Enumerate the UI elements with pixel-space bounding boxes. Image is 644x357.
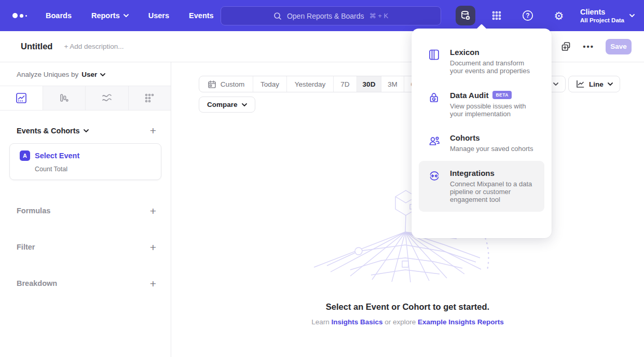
mixpanel-logo[interactable]	[12, 13, 27, 18]
learn-prefix: Learn	[311, 318, 330, 326]
date-range-3m[interactable]: 3M	[381, 76, 404, 92]
apps-grid-button[interactable]	[487, 6, 506, 25]
nav-item-boards[interactable]: Boards	[46, 11, 72, 20]
cohorts-icon	[428, 134, 441, 147]
tab-flow-chart[interactable]	[85, 86, 128, 110]
chevron-down-icon	[553, 83, 558, 86]
tab-bar-chart[interactable]	[43, 86, 86, 110]
help-button[interactable]: ?	[518, 6, 538, 25]
insights-basics-link[interactable]: Insights Basics	[331, 318, 382, 326]
duplicate-button[interactable]	[560, 41, 571, 52]
beta-badge: BETA	[492, 91, 512, 99]
event-row-card[interactable]: A Select Event Count Total	[9, 143, 161, 180]
breakdown-section: Breakdown +	[0, 265, 171, 301]
tab-metric-chart[interactable]	[128, 86, 171, 110]
nav-item-events[interactable]: Events	[189, 11, 214, 20]
ellipsis-icon: •••	[583, 42, 594, 51]
data-management-menu: Lexicon Document and transform your even…	[412, 29, 552, 238]
analyze-label: Analyze Uniques by	[17, 71, 78, 78]
line-chart-icon	[576, 79, 585, 89]
menu-item-title: Cohorts	[450, 133, 480, 142]
flow-icon	[101, 92, 113, 104]
date-range-label: 7D	[340, 80, 349, 88]
report-canvas: Custom Today Yesterday 7D 30D 3M 6M Comp…	[171, 62, 644, 357]
gear-icon: ⚙	[554, 10, 564, 21]
svg-text:?: ?	[526, 12, 529, 19]
date-range-today[interactable]: Today	[253, 76, 286, 92]
chevron-down-icon	[100, 73, 105, 76]
date-range-7d[interactable]: 7D	[333, 76, 357, 92]
date-range-30d[interactable]: 30D	[357, 76, 381, 92]
nav-item-label: Boards	[46, 11, 72, 20]
filter-label: Filter	[17, 243, 35, 251]
add-description-field[interactable]: + Add description...	[64, 43, 124, 50]
nav-item-label: Users	[148, 11, 169, 20]
tab-line-chart[interactable]	[0, 86, 43, 110]
chevron-down-icon	[242, 103, 247, 106]
calendar-icon	[208, 80, 216, 89]
chevron-down-icon	[124, 14, 129, 17]
help-icon: ?	[522, 9, 534, 22]
analyze-value: User	[81, 71, 97, 78]
events-cohorts-label: Events & Cohorts	[17, 127, 80, 135]
add-filter-button[interactable]: +	[150, 242, 156, 253]
menu-item-integrations[interactable]: Integrations Connect Mixpanel to a data …	[419, 161, 544, 212]
date-range-custom[interactable]: Custom	[199, 76, 253, 92]
formulas-section: Formulas +	[0, 193, 171, 229]
line-chart-icon	[16, 92, 27, 104]
data-management-button[interactable]	[456, 6, 475, 25]
query-builder-sidebar: Analyze Uniques by User	[0, 62, 171, 357]
formulas-label: Formulas	[17, 207, 50, 215]
menu-item-desc: Document and transform your events and p…	[450, 59, 537, 75]
date-range-label: Yesterday	[295, 80, 326, 88]
empty-state-title: Select an Event or Cohort to get started…	[171, 302, 644, 312]
chevron-down-icon	[629, 14, 635, 17]
chevron-down-icon	[608, 83, 613, 86]
project-name: Clients	[580, 7, 624, 17]
menu-item-cohorts[interactable]: Cohorts Manage your saved cohorts	[419, 126, 544, 160]
menu-item-title: Data Audit	[450, 91, 488, 100]
database-gear-icon	[460, 10, 471, 21]
top-nav: Boards Reports Users Events Open Reports…	[0, 0, 644, 31]
project-selector[interactable]: Clients All Project Data	[580, 7, 635, 24]
save-button[interactable]: Save	[606, 39, 632, 54]
menu-item-data-audit[interactable]: Data Audit BETA View possible issues wit…	[419, 83, 544, 126]
date-range-yesterday[interactable]: Yesterday	[286, 76, 333, 92]
breakdown-label: Breakdown	[17, 279, 57, 287]
chart-style-selector[interactable]: Line	[568, 76, 620, 92]
nav-item-label: Events	[189, 11, 214, 20]
integrations-icon	[428, 170, 441, 182]
search-icon	[273, 12, 282, 20]
nav-item-users[interactable]: Users	[148, 11, 169, 20]
menu-item-desc: Manage your saved cohorts	[450, 145, 533, 153]
nav-item-reports[interactable]: Reports	[91, 11, 129, 20]
add-formula-button[interactable]: +	[150, 205, 156, 216]
date-range-label: 3M	[388, 80, 398, 88]
report-title[interactable]: Untitled	[21, 42, 52, 51]
more-options-button[interactable]: •••	[583, 42, 594, 51]
date-range-label: Today	[261, 80, 279, 88]
chart-type-tabs	[0, 86, 171, 111]
analyze-by-selector[interactable]: User	[81, 71, 105, 78]
settings-button[interactable]: ⚙	[549, 6, 569, 25]
search-shortcut: ⌘ + K	[369, 12, 389, 20]
dots-metric-icon	[144, 92, 155, 104]
events-cohorts-header: Events & Cohorts +	[0, 125, 171, 136]
lexicon-icon	[428, 49, 440, 61]
menu-item-title: Lexicon	[450, 48, 479, 57]
chevron-down-icon	[84, 129, 89, 132]
menu-item-title: Integrations	[450, 169, 495, 177]
select-event-button[interactable]: Select Event	[35, 152, 79, 160]
example-reports-link[interactable]: Example Insights Reports	[418, 318, 504, 326]
compare-button[interactable]: Compare	[199, 97, 255, 113]
count-type-selector[interactable]: Count Total	[35, 166, 154, 173]
menu-item-desc: View possible issues with your implement…	[450, 102, 537, 118]
grid-icon	[491, 10, 502, 21]
filter-section: Filter +	[0, 229, 171, 265]
events-cohorts-toggle[interactable]: Events & Cohorts	[17, 127, 89, 135]
add-event-button[interactable]: +	[150, 125, 156, 136]
menu-item-lexicon[interactable]: Lexicon Document and transform your even…	[419, 40, 544, 83]
copy-icon	[560, 41, 571, 52]
global-search-input[interactable]: Open Reports & Boards ⌘ + K	[221, 6, 441, 25]
add-breakdown-button[interactable]: +	[150, 278, 156, 289]
